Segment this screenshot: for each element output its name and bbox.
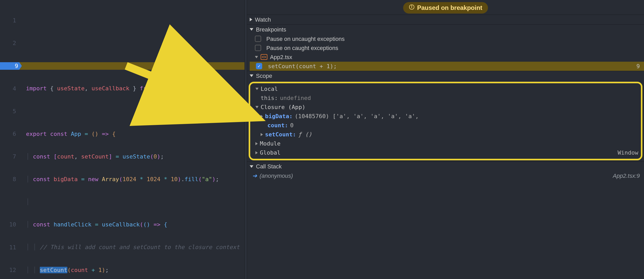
scope-local-header[interactable]: Local: [250, 84, 641, 93]
scope-bigdata-value: (10485760) ['a', 'a', 'a', 'a', 'a',: [295, 112, 419, 120]
code-line[interactable]: │ const bigData = new Array(1024 * 1024 …: [26, 175, 244, 183]
scope-closure-label: Closure (App): [261, 103, 305, 111]
pause-label: Paused on breakpoint: [417, 4, 482, 12]
breakpoint-line-highlight: [0, 62, 244, 70]
code-line[interactable]: export const App = () => {: [26, 130, 244, 138]
callstack-frame-name: (anonymous): [260, 172, 293, 180]
scope-global-header[interactable]: Global Window: [250, 148, 641, 157]
chevron-down-icon: [255, 106, 259, 108]
scope-global-label: Global: [260, 149, 280, 156]
info-icon: [409, 4, 415, 12]
line-number[interactable]: 5: [0, 107, 21, 115]
scope-setcount-value: ƒ (): [298, 131, 312, 138]
chevron-right-icon: [250, 18, 252, 21]
chevron-down-icon: [255, 88, 259, 90]
scope-setcount-key: setCount:: [265, 131, 296, 138]
chevron-down-icon: [250, 165, 253, 168]
line-number[interactable]: 7: [0, 153, 21, 160]
scope-bigdata-key: bigData:: [265, 112, 293, 120]
scope-this-key: this:: [261, 94, 278, 102]
code-body[interactable]: import { useState, useCallback } from "r…: [26, 68, 244, 279]
pause-uncaught-toggle[interactable]: Pause on uncaught exceptions: [250, 34, 644, 43]
panel-divider[interactable]: [244, 0, 247, 279]
scope-label: Scope: [256, 72, 272, 80]
scope-highlight-box: Local this: undefined Closure (App) bigD…: [249, 82, 642, 160]
breakpoint-marker-number: 9: [15, 62, 18, 70]
selection: setCount: [40, 267, 67, 273]
chevron-right-icon: [261, 115, 263, 118]
scope-this-row[interactable]: this: undefined: [250, 93, 641, 103]
breakpoint-line-number: 9: [636, 62, 640, 70]
watch-label: Watch: [255, 16, 271, 23]
line-number[interactable]: 8: [0, 175, 21, 183]
breakpoints-label: Breakpoints: [256, 26, 286, 33]
breakpoint-code-text: setCount(count + 1);: [268, 62, 337, 70]
chevron-down-icon: [250, 28, 253, 31]
line-number[interactable]: 10: [0, 221, 21, 228]
code-line[interactable]: │ │ // This will add count and setCount …: [26, 243, 244, 251]
chevron-right-icon: [255, 151, 258, 154]
callstack-label: Call Stack: [256, 163, 282, 170]
callstack-section-header[interactable]: Call Stack: [247, 161, 644, 171]
breakpoint-entry[interactable]: ✓ setCount(count + 1); 9: [250, 62, 644, 71]
line-number[interactable]: 1: [0, 17, 21, 24]
line-number[interactable]: 12: [0, 266, 21, 274]
code-line[interactable]: import { useState, useCallback } from "r…: [26, 85, 244, 92]
line-number[interactable]: 11: [0, 244, 21, 251]
code-line[interactable]: │ │ setCount(count + 1);: [26, 266, 244, 274]
tsx-file-icon: <>: [261, 54, 267, 60]
current-frame-icon: ➔: [252, 172, 257, 180]
chevron-right-icon: [255, 142, 258, 145]
code-line[interactable]: │ const [count, setCount] = useState(0);: [26, 153, 244, 160]
scope-setcount-row[interactable]: setCount: ƒ (): [250, 130, 641, 139]
breakpoint-file-row[interactable]: <> App2.tsx: [250, 53, 644, 62]
scope-this-value: undefined: [280, 94, 311, 102]
line-number[interactable]: 4: [0, 85, 21, 92]
breakpoints-section-header[interactable]: Breakpoints: [247, 24, 644, 34]
line-number[interactable]: 6: [0, 130, 21, 138]
breakpoint-marker[interactable]: 9: [0, 62, 22, 70]
callstack-frame[interactable]: ➔ (anonymous) App2.tsx:9: [247, 171, 644, 180]
breakpoint-file-name: App2.tsx: [270, 53, 292, 61]
scope-module-label: Module: [260, 140, 280, 147]
scope-closure-header[interactable]: Closure (App): [250, 103, 641, 112]
code-line[interactable]: │ const handleClick = useCallback(() => …: [26, 221, 244, 228]
code-editor[interactable]: 9 1 2 3 4 5 6 7 8 9 10 11 12 13 14 15 16…: [0, 0, 244, 279]
checkbox-checked-icon[interactable]: ✓: [256, 63, 262, 69]
callstack-frame-location: App2.tsx:9: [613, 172, 640, 180]
scope-module-header[interactable]: Module: [250, 139, 641, 148]
chevron-down-icon: [250, 74, 253, 77]
pause-uncaught-label: Pause on uncaught exceptions: [266, 35, 345, 43]
scope-section-header[interactable]: Scope: [247, 71, 644, 81]
scope-local-label: Local: [261, 85, 278, 93]
chevron-right-icon: [261, 133, 263, 136]
paused-on-breakpoint-badge: Paused on breakpoint: [403, 2, 488, 14]
scope-count-value: 0: [290, 122, 293, 129]
breakpoints-body: Pause on uncaught exceptions Pause on ca…: [247, 34, 644, 71]
code-line[interactable]: [26, 107, 244, 115]
debugger-panel: Paused on breakpoint Watch Breakpoints P…: [247, 0, 644, 279]
checkbox-icon[interactable]: [255, 45, 261, 51]
watch-section-header[interactable]: Watch: [247, 15, 644, 24]
pause-caught-label: Pause on caught exceptions: [266, 44, 338, 52]
checkbox-icon[interactable]: [255, 36, 261, 42]
code-line[interactable]: │: [26, 198, 244, 206]
svg-point-2: [411, 5, 412, 6]
scope-count-key: count:: [267, 122, 288, 129]
line-number[interactable]: 2: [0, 39, 21, 47]
scope-global-value: Window: [618, 149, 638, 156]
line-number-gutter[interactable]: 1 2 3 4 5 6 7 8 9 10 11 12 13 14 15 16 1…: [0, 0, 21, 279]
chevron-down-icon: [255, 56, 258, 58]
pause-caught-toggle[interactable]: Pause on caught exceptions: [250, 43, 644, 53]
scope-count-row[interactable]: count: 0: [250, 121, 641, 130]
scope-bigdata-row[interactable]: bigData: (10485760) ['a', 'a', 'a', 'a',…: [250, 112, 641, 121]
